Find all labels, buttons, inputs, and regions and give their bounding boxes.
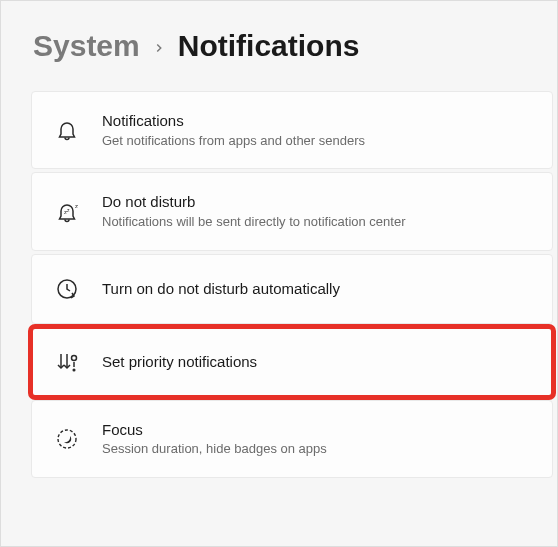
chevron-right-icon — [152, 37, 166, 60]
priority-notifications-item[interactable]: Set priority notifications — [31, 327, 553, 397]
auto-dnd-item[interactable]: Turn on do not disturb automatically — [31, 254, 553, 324]
svg-point-6 — [73, 369, 75, 371]
breadcrumb-current: Notifications — [178, 29, 360, 63]
item-subtitle: Get notifications from apps and other se… — [102, 133, 365, 150]
focus-moon-icon — [54, 426, 80, 452]
focus-item[interactable]: Focus Session duration, hide badges on a… — [31, 400, 553, 478]
do-not-disturb-item[interactable]: z z z Do not disturb Notifications will … — [31, 172, 553, 250]
bell-icon — [54, 117, 80, 143]
priority-arrow-icon — [54, 349, 80, 375]
clock-history-icon — [54, 276, 80, 302]
breadcrumb: System Notifications — [31, 29, 553, 63]
item-subtitle: Session duration, hide badges on apps — [102, 441, 327, 458]
svg-point-7 — [58, 430, 76, 448]
item-title: Turn on do not disturb automatically — [102, 279, 340, 299]
item-title: Do not disturb — [102, 192, 405, 212]
svg-point-4 — [72, 355, 77, 360]
item-title: Set priority notifications — [102, 352, 257, 372]
breadcrumb-parent[interactable]: System — [33, 29, 140, 63]
settings-list: Notifications Get notifications from app… — [31, 91, 553, 478]
dnd-bell-icon: z z z — [54, 199, 80, 225]
item-title: Focus — [102, 420, 327, 440]
item-subtitle: Notifications will be sent directly to n… — [102, 214, 405, 231]
svg-text:z: z — [75, 203, 78, 209]
notifications-item[interactable]: Notifications Get notifications from app… — [31, 91, 553, 169]
item-title: Notifications — [102, 111, 365, 131]
svg-text:z: z — [67, 207, 70, 213]
